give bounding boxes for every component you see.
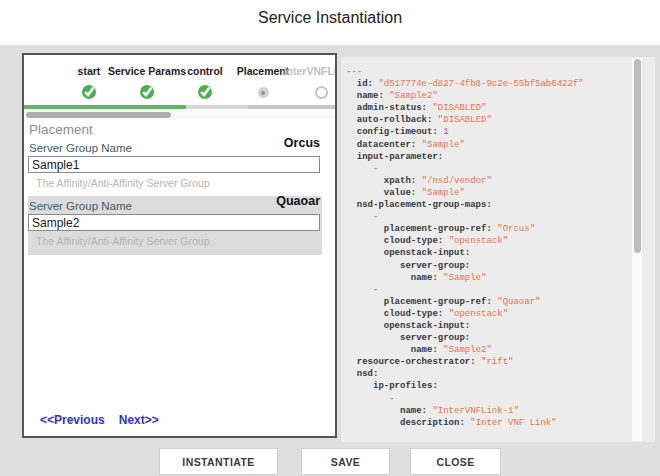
- step-intervnflink[interactable]: InterVNFLink-1: [292, 61, 337, 109]
- step-control[interactable]: control: [176, 61, 234, 109]
- footer-actions: INSTANTIATE SAVE CLOSE: [0, 448, 660, 476]
- server-group-orcus: Server Group Name Orcus The Affinity/Ant…: [28, 138, 322, 193]
- wizard-progress-bar: [24, 105, 335, 109]
- group-name: Quaoar: [276, 194, 320, 208]
- radio-unselected-icon: [315, 86, 328, 99]
- radio-selected-icon: [258, 87, 269, 98]
- server-group-quaoar: Server Group Name Quaoar The Affinity/An…: [28, 196, 322, 255]
- step-label: start: [78, 65, 101, 77]
- dialog-body: start Service Params control: [0, 45, 660, 476]
- field-label: Server Group Name: [29, 200, 132, 212]
- horizontal-scrollbar[interactable]: [24, 111, 335, 119]
- group-name: Orcus: [284, 136, 320, 150]
- horizontal-scrollbar-thumb[interactable]: [26, 112, 171, 118]
- vertical-scrollbar-thumb[interactable]: [634, 59, 641, 253]
- helper-text: The Affinity/Anti-Affinity Server Group: [36, 235, 322, 247]
- next-link[interactable]: Next>>: [119, 413, 159, 427]
- wizard-steps: start Service Params control: [60, 61, 337, 109]
- step-label: Placement: [237, 65, 290, 77]
- wizard-nav: <<Previous Next>>: [40, 413, 159, 427]
- step-label: Service Params: [108, 65, 186, 77]
- vertical-scrollbar[interactable]: [632, 58, 642, 441]
- step-label: InterVNFLink-1: [284, 65, 337, 77]
- progress-completed: [24, 105, 186, 109]
- progress-remaining: [248, 105, 335, 109]
- server-group-name-input[interactable]: [28, 156, 320, 173]
- instantiate-button[interactable]: INSTANTIATE: [159, 448, 278, 475]
- wizard-panel: start Service Params control: [22, 53, 337, 438]
- section-heading: Placement: [29, 122, 93, 137]
- page-title: Service Instantiation: [0, 9, 660, 27]
- check-icon: [139, 84, 155, 100]
- helper-text: The Affinity/Anti-Affinity Server Group: [36, 177, 322, 189]
- close-button[interactable]: CLOSE: [410, 448, 501, 475]
- yaml-code: --- id: "d517774e-d827-4fb8-9c2e-55bf5ab…: [346, 66, 636, 429]
- check-icon: [81, 84, 97, 100]
- progress-segment: [186, 105, 248, 109]
- yaml-preview-panel: --- id: "d517774e-d827-4fb8-9c2e-55bf5ab…: [341, 57, 655, 442]
- check-icon: [197, 84, 213, 100]
- step-label: control: [187, 65, 223, 77]
- field-label: Server Group Name: [29, 142, 132, 154]
- save-button[interactable]: SAVE: [301, 448, 390, 475]
- step-service-params[interactable]: Service Params: [118, 61, 176, 109]
- server-group-name-input[interactable]: [28, 214, 320, 231]
- previous-link[interactable]: <<Previous: [40, 413, 105, 427]
